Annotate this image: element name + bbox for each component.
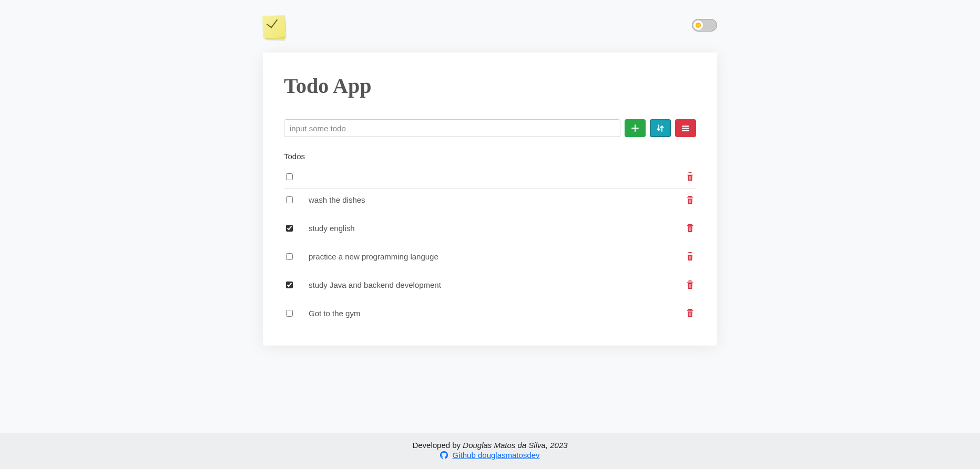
- todo-text: practice a new programming languge: [309, 252, 686, 261]
- sort-button[interactable]: [650, 119, 671, 137]
- github-icon: [440, 451, 448, 459]
- trash-icon: [686, 280, 694, 289]
- todo-checkbox[interactable]: [286, 196, 293, 203]
- svg-rect-0: [682, 126, 689, 127]
- toggle-knob: [693, 20, 703, 30]
- todo-checkbox[interactable]: [286, 173, 293, 180]
- page-title: Todo App: [284, 74, 696, 98]
- sticky-note-check-icon: [262, 15, 285, 38]
- app-logo: [263, 16, 285, 38]
- github-link[interactable]: Github douglasmatosdev: [453, 451, 540, 460]
- todo-item: practice a new programming languge: [284, 245, 696, 268]
- trash-icon: [686, 309, 694, 317]
- delete-button[interactable]: [686, 280, 694, 289]
- todo-text: wash the dishes: [309, 195, 686, 204]
- author-name: Douglas Matos da Silva, 2023: [463, 441, 567, 450]
- clear-stack-icon: [681, 124, 690, 132]
- trash-icon: [686, 172, 694, 181]
- sort-icon: [656, 124, 665, 132]
- todo-checkbox[interactable]: [286, 253, 293, 260]
- delete-button[interactable]: [686, 196, 694, 204]
- todo-checkbox[interactable]: [286, 310, 293, 317]
- todo-checkbox[interactable]: [286, 282, 293, 288]
- todo-text: study Java and backend development: [309, 280, 686, 289]
- trash-icon: [686, 196, 694, 204]
- plus-icon: [631, 124, 639, 132]
- trash-icon: [686, 224, 694, 232]
- main-card: Todo App Todos wash the dishesstudy engl…: [263, 53, 717, 346]
- delete-button[interactable]: [686, 309, 694, 317]
- sun-icon: [696, 23, 701, 28]
- delete-button[interactable]: [686, 172, 694, 181]
- svg-rect-2: [682, 130, 689, 131]
- delete-button[interactable]: [686, 252, 694, 260]
- add-button[interactable]: [625, 119, 646, 137]
- todo-item: study Java and backend development: [284, 273, 696, 296]
- todos-list: wash the dishesstudy englishpractice a n…: [284, 165, 696, 325]
- todos-section-label: Todos: [284, 152, 696, 161]
- svg-rect-1: [682, 128, 689, 129]
- todo-item: study english: [284, 216, 696, 239]
- trash-icon: [686, 252, 694, 260]
- todo-text: Got to the gym: [309, 309, 686, 318]
- clear-all-button[interactable]: [675, 119, 696, 137]
- theme-toggle[interactable]: [692, 19, 717, 32]
- todo-text: study english: [309, 224, 686, 233]
- todo-item: [284, 165, 696, 188]
- delete-button[interactable]: [686, 224, 694, 232]
- todo-input[interactable]: [284, 119, 620, 137]
- footer: Developed by Douglas Matos da Silva, 202…: [0, 433, 980, 469]
- todo-item: Got to the gym: [284, 301, 696, 325]
- todo-checkbox[interactable]: [286, 225, 293, 232]
- todo-item: wash the dishes: [284, 188, 696, 211]
- developed-by-label: Developed by: [412, 441, 463, 450]
